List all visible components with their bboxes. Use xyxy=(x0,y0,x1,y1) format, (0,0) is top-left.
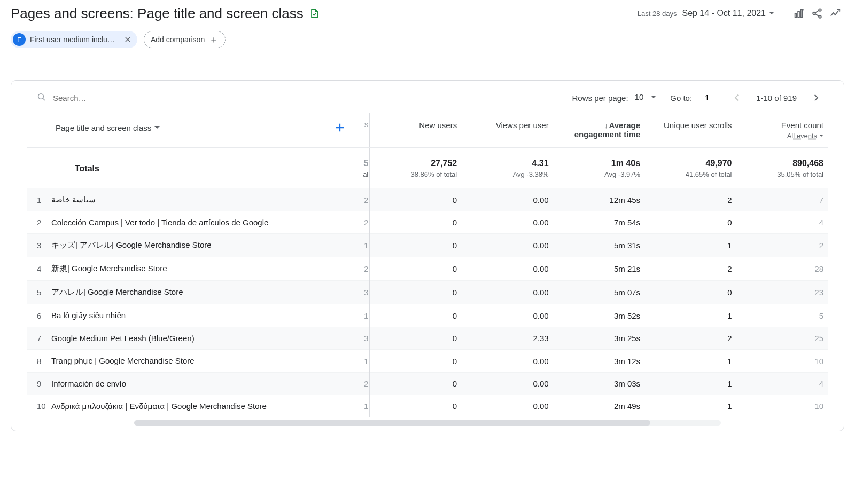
column-header-avg-engagement[interactable]: ↓Average engagement time xyxy=(553,113,644,148)
row-title: سياسة خاصة xyxy=(51,188,361,211)
cell-views-per-user: 0.00 xyxy=(461,211,553,234)
row-title: Ba lô giấy siêu nhiên xyxy=(51,304,361,327)
cell-new-users: 0 xyxy=(370,373,461,395)
row-index: 1 xyxy=(27,188,51,211)
cell-unique-scrolls: 1 xyxy=(644,304,736,327)
table-row[interactable]: 3キッズ| アパレル| Google Merchandise Store100.… xyxy=(27,234,828,257)
truncated-cell: 1 xyxy=(361,234,370,257)
truncated-cell: 1 xyxy=(361,395,370,418)
truncated-cell: 5al xyxy=(361,148,370,188)
cell-avg-engagement: 5m 21s xyxy=(553,257,644,281)
insights-icon[interactable] xyxy=(826,4,844,22)
table-row[interactable]: 9Información de envío200.003m 03s14 xyxy=(27,373,828,395)
rows-per-page-select[interactable]: 10 xyxy=(633,92,659,103)
row-index: 10 xyxy=(27,395,51,418)
column-header-views-per-user[interactable]: Views per user xyxy=(461,113,553,148)
cell-unique-scrolls: 2 xyxy=(644,257,736,281)
totals-label: Totals xyxy=(51,148,361,188)
column-header-new-users[interactable]: New users xyxy=(370,113,461,148)
report-card: Rows per page: 10 Go to: 1-10 of 919 xyxy=(11,80,844,431)
go-to-label: Go to: xyxy=(670,93,692,103)
table-row[interactable]: 8Trang phục | Google Merchandise Store10… xyxy=(27,350,828,373)
cell-unique-scrolls: 0 xyxy=(644,281,736,304)
chevron-down-icon xyxy=(819,135,823,139)
table-row[interactable]: 4新規| Google Merchandise Store200.005m 21… xyxy=(27,257,828,281)
scrollbar-thumb[interactable] xyxy=(134,420,650,426)
row-title: Google Medium Pet Leash (Blue/Green) xyxy=(51,327,361,350)
row-title: キッズ| アパレル| Google Merchandise Store xyxy=(51,234,361,257)
cell-views-per-user: 0.00 xyxy=(461,304,553,327)
search-input[interactable] xyxy=(52,93,308,103)
truncated-cell: 1 xyxy=(361,350,370,373)
cell-event-count: 4 xyxy=(736,211,828,234)
cell-views-per-user: 0.00 xyxy=(461,373,553,395)
cell-new-users: 0 xyxy=(370,257,461,281)
cell-views-per-user: 0.00 xyxy=(461,395,553,418)
cell-event-count: 10 xyxy=(736,350,828,373)
truncated-cell: 1 xyxy=(361,304,370,327)
dimension-selector[interactable]: Page title and screen class xyxy=(56,123,160,132)
chevron-down-icon xyxy=(651,96,656,101)
add-comparison-button[interactable]: Add comparison ＋ xyxy=(144,31,226,48)
totals-new-users: 27,75238.86% of total xyxy=(370,148,461,188)
row-title: 新規| Google Merchandise Store xyxy=(51,257,361,281)
table-row[interactable]: 5アパレル| Google Merchandise Store300.005m … xyxy=(27,281,828,304)
column-header-event-count[interactable]: Event count All events xyxy=(736,113,828,148)
cell-event-count: 23 xyxy=(736,281,828,304)
cell-event-count: 28 xyxy=(736,257,828,281)
add-dimension-button[interactable] xyxy=(333,121,347,135)
prev-page-button[interactable] xyxy=(729,90,744,105)
table-row[interactable]: 1سياسة خاصة200.0012m 45s27 xyxy=(27,188,828,211)
cell-new-users: 0 xyxy=(370,234,461,257)
cell-unique-scrolls: 1 xyxy=(644,395,736,418)
cell-event-count: 7 xyxy=(736,188,828,211)
table-row[interactable]: 10Ανδρικά μπλουζάκια | Ενδύματα | Google… xyxy=(27,395,828,418)
cell-unique-scrolls: 2 xyxy=(644,327,736,350)
cell-new-users: 0 xyxy=(370,304,461,327)
horizontal-scrollbar[interactable] xyxy=(134,420,721,426)
column-header-unique-scrolls[interactable]: Unique user scrolls xyxy=(644,113,736,148)
cell-views-per-user: 0.00 xyxy=(461,188,553,211)
cell-unique-scrolls: 1 xyxy=(644,234,736,257)
row-title: Ανδρικά μπλουζάκια | Ενδύματα | Google M… xyxy=(51,395,361,418)
cell-unique-scrolls: 1 xyxy=(644,373,736,395)
table-row[interactable]: 6Ba lô giấy siêu nhiên100.003m 52s15 xyxy=(27,304,828,327)
cell-event-count: 4 xyxy=(736,373,828,395)
page-title-text: Pages and screens: Page title and screen… xyxy=(11,5,304,22)
filter-chip[interactable]: F First user medium includ… xyxy=(11,31,137,48)
cell-new-users: 0 xyxy=(370,395,461,418)
report-save-icon[interactable] xyxy=(309,8,320,19)
row-index: 2 xyxy=(27,211,51,234)
truncated-cell: 3 xyxy=(361,327,370,350)
cell-avg-engagement: 3m 25s xyxy=(553,327,644,350)
truncated-cell: 2 xyxy=(361,211,370,234)
filter-chip-label: First user medium includ… xyxy=(30,35,118,44)
customize-report-icon[interactable] xyxy=(790,4,808,22)
cell-unique-scrolls: 1 xyxy=(644,350,736,373)
date-range-picker[interactable]: Sep 14 - Oct 11, 2021 xyxy=(682,9,774,18)
truncated-cell: 2 xyxy=(361,373,370,395)
remove-filter-icon[interactable] xyxy=(122,34,133,45)
event-filter-selector[interactable]: All events xyxy=(787,132,823,140)
cell-new-users: 0 xyxy=(370,211,461,234)
go-to-input[interactable] xyxy=(696,92,718,103)
next-page-button[interactable] xyxy=(809,90,823,105)
share-icon[interactable] xyxy=(808,4,826,22)
cell-views-per-user: 0.00 xyxy=(461,257,553,281)
table-row[interactable]: 2Colección Campus | Ver todo | Tienda de… xyxy=(27,211,828,234)
pagination-range: 1-10 of 919 xyxy=(756,93,797,103)
cell-avg-engagement: 3m 52s xyxy=(553,304,644,327)
svg-point-6 xyxy=(38,93,44,99)
page-title: Pages and screens: Page title and screen… xyxy=(11,5,320,22)
cell-new-users: 0 xyxy=(370,350,461,373)
plus-icon: ＋ xyxy=(209,35,219,44)
row-title: Información de envío xyxy=(51,373,361,395)
row-title: アパレル| Google Merchandise Store xyxy=(51,281,361,304)
chevron-down-icon xyxy=(154,126,160,131)
row-title: Colección Campus | Ver todo | Tienda de … xyxy=(51,211,361,234)
row-index: 7 xyxy=(27,327,51,350)
row-index: 8 xyxy=(27,350,51,373)
cell-avg-engagement: 5m 31s xyxy=(553,234,644,257)
rows-per-page-value: 10 xyxy=(635,92,644,101)
table-row[interactable]: 7Google Medium Pet Leash (Blue/Green)302… xyxy=(27,327,828,350)
